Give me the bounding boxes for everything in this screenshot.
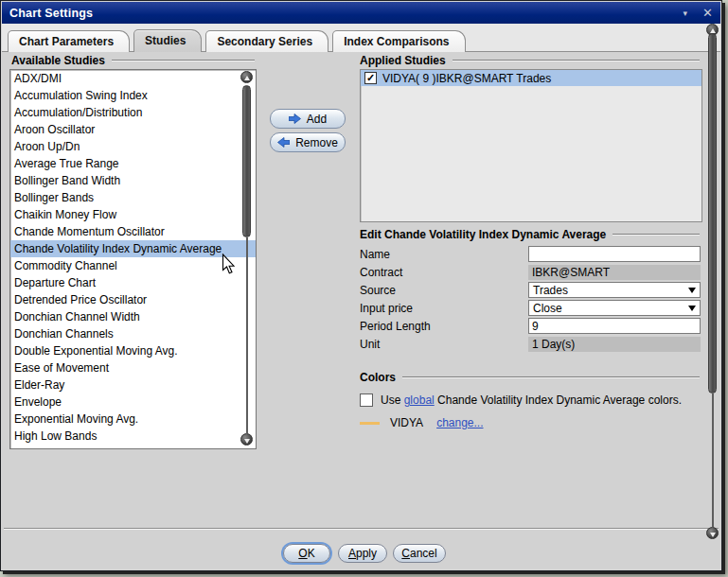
study-list-item[interactable]: Envelope [10, 393, 256, 411]
study-list-item[interactable]: Bollinger Band Width [10, 172, 256, 189]
study-list-item[interactable]: Donchian Channel Width [10, 308, 256, 325]
remove-button[interactable]: Remove [270, 132, 346, 152]
edit-section-label: Edit Chande Volatility Index Dynamic Ave… [360, 228, 606, 241]
field-row: Period Length [360, 317, 701, 335]
tab-chart-parameters[interactable]: Chart Parameters [8, 30, 130, 52]
use-global-colors-row: Use global Chande Volatility Index Dynam… [360, 393, 682, 407]
scrollbar-thumb[interactable] [708, 33, 717, 393]
field-label: Source [360, 284, 528, 297]
tab-strip: Chart ParametersStudiesSecondary SeriesI… [2, 24, 720, 52]
use-global-text: Use global Chande Volatility Index Dynam… [381, 393, 682, 407]
available-studies-list[interactable]: ADX/DMIAccumulation Swing IndexAccumulat… [9, 69, 257, 449]
vidya-color-swatch [360, 422, 380, 425]
field-row: SourceTrades [360, 281, 701, 299]
apply-button[interactable]: Apply [338, 544, 387, 563]
ok-button[interactable]: OK [283, 544, 330, 563]
add-button-label: Add [307, 113, 327, 126]
study-list-item[interactable]: Commodity Channel [10, 257, 256, 274]
field-label: Name [360, 248, 528, 261]
study-list-item[interactable]: Aroon Oscillator [10, 121, 256, 138]
field-period-length[interactable] [528, 318, 701, 334]
header-rule [613, 234, 700, 236]
titlebar[interactable]: Chart Settings ▾ ✕ [2, 2, 720, 24]
study-list-item[interactable]: Ease of Movement [10, 359, 256, 376]
study-list-item[interactable]: Accumulation/Distribution [10, 104, 256, 121]
up-arrow-icon [244, 76, 250, 80]
field-label: Period Length [360, 320, 528, 333]
arrow-right-icon [289, 114, 301, 124]
remove-button-label: Remove [295, 136, 338, 149]
applied-studies-list[interactable]: ✓VIDYA( 9 )IBKR@SMART Trades [360, 69, 702, 222]
tab-studies[interactable]: Studies [133, 29, 202, 52]
study-list-item[interactable]: Bollinger Bands [10, 189, 256, 206]
screen: Chart Settings ▾ ✕ Chart ParametersStudi… [0, 0, 728, 577]
header-rule [112, 60, 255, 61]
edit-fields: NameContractIBKR@SMARTSourceTradesInput … [360, 245, 701, 353]
study-list-item[interactable]: Elder-Ray [10, 376, 256, 393]
scrollbar-track[interactable] [712, 393, 714, 527]
study-list-item[interactable]: Average True Range [10, 155, 256, 172]
field-row: Unit1 Day(s) [360, 335, 701, 353]
vidya-color-row: VIDYA change... [360, 416, 484, 429]
window-title: Chart Settings [2, 7, 93, 20]
select-value: Trades [533, 284, 568, 297]
scrollbar-track[interactable] [246, 237, 248, 433]
available-list-scrollbar[interactable] [240, 70, 254, 446]
study-list-item[interactable]: High Low Bands [10, 428, 256, 445]
header-rule [453, 60, 700, 61]
applied-study-label: VIDYA( 9 )IBKR@SMART Trades [382, 72, 551, 85]
study-list-item[interactable]: Double Exponential Moving Avg. [10, 342, 256, 359]
study-list-item[interactable]: Chande Volatility Index Dynamic Average [10, 240, 256, 257]
scroll-up-button[interactable] [240, 71, 253, 83]
colors-section-header: Colors [360, 371, 700, 384]
applied-study-checkbox[interactable]: ✓ [364, 72, 377, 84]
cancel-button[interactable]: Cancel [393, 544, 446, 563]
study-list-item[interactable]: Exponential Moving Avg. [10, 411, 256, 428]
study-list-item[interactable]: Chaikin Money Flow [10, 206, 256, 223]
available-studies-header: Available Studies [11, 54, 255, 67]
field-label: Contract [360, 266, 528, 279]
study-list-item[interactable]: ADX/DMI [10, 70, 256, 87]
field-row: ContractIBKR@SMART [360, 263, 701, 281]
study-list-item[interactable]: Donchian Channels [10, 325, 256, 342]
field-name[interactable] [528, 246, 701, 262]
field-label: Input price [360, 302, 528, 315]
field-input-price[interactable]: Close [528, 300, 701, 316]
tab-index-comparisons[interactable]: Index Comparisons [332, 30, 465, 52]
available-studies-label: Available Studies [11, 54, 105, 67]
applied-studies-label: Applied Studies [360, 54, 446, 67]
arrow-left-icon [277, 137, 290, 148]
dialog-scrollbar[interactable] [705, 24, 719, 541]
dropdown-arrow-icon [688, 288, 696, 293]
study-list-item[interactable]: Departure Chart [10, 274, 256, 291]
applied-study-row[interactable]: ✓VIDYA( 9 )IBKR@SMART Trades [361, 70, 701, 86]
study-list-item[interactable]: Detrended Price Oscillator [10, 291, 256, 308]
dropdown-arrow-icon [688, 306, 696, 311]
select-value: Close [533, 302, 562, 315]
window-menu-icon[interactable]: ▾ [676, 1, 696, 25]
down-arrow-icon [244, 439, 250, 444]
vidya-label: VIDYA [390, 416, 423, 429]
close-icon[interactable]: ✕ [695, 2, 720, 24]
field-contract: IBKR@SMART [528, 265, 701, 280]
study-list-item[interactable]: Aroon Up/Dn [10, 138, 256, 155]
tabs: Chart ParametersStudiesSecondary SeriesI… [8, 29, 466, 52]
field-source[interactable]: Trades [528, 282, 701, 298]
study-list-item[interactable]: Accumulation Swing Index [10, 87, 256, 104]
scroll-down-button[interactable] [706, 527, 719, 539]
field-row: Name [360, 245, 701, 263]
field-label: Unit [360, 338, 528, 351]
field-row: Input priceClose [360, 299, 701, 317]
use-global-colors-checkbox[interactable] [360, 393, 373, 407]
add-button[interactable]: Add [270, 109, 346, 129]
content-area: Available Studies ADX/DMIAccumulation Sw… [2, 52, 720, 569]
footer-separator [4, 528, 719, 530]
chart-settings-dialog: Chart Settings ▾ ✕ Chart ParametersStudi… [0, 0, 722, 571]
global-link[interactable]: global [404, 393, 435, 407]
applied-studies-header: Applied Studies [360, 54, 700, 67]
scrollbar-thumb[interactable] [242, 85, 251, 237]
change-color-link[interactable]: change... [436, 416, 483, 429]
study-list-item[interactable]: Chande Momentum Oscillator [10, 223, 256, 240]
tab-secondary-series[interactable]: Secondary Series [205, 30, 328, 52]
scroll-down-button[interactable] [240, 433, 253, 446]
